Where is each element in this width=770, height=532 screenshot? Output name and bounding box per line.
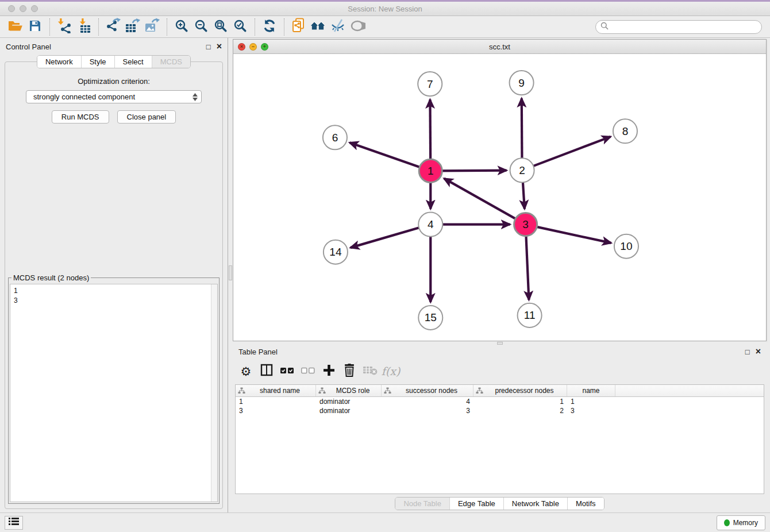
table-row[interactable]: 1dominator411 [236,397,764,406]
column-header-name[interactable]: name [567,385,615,396]
float-panel-icon[interactable]: □ [206,43,211,51]
table-panel-splitter[interactable] [233,341,767,345]
zoom-fit-button[interactable] [211,18,230,36]
table-cell[interactable]: 1 [567,397,615,406]
table-body: 1dominator4113dominator323 [236,397,764,415]
tab-mcds[interactable]: MCDS [152,56,190,68]
criterion-select[interactable]: strongly connected component [26,90,202,103]
zoom-selected-button[interactable] [230,18,250,36]
close-panel-icon[interactable]: × [756,347,761,356]
zoom-out-button[interactable] [191,18,211,36]
close-panel-button[interactable]: Close panel [117,110,176,124]
hide-graphics-button[interactable] [328,18,348,36]
table-cell[interactable]: dominator [316,406,382,415]
export-network-icon [106,18,121,36]
panel-splitter[interactable] [228,38,233,512]
column-header-predecessor-nodes[interactable]: predecessor nodes [473,385,567,396]
graph-node-15[interactable]: 15 [418,306,442,330]
column-header-successor-nodes[interactable]: successor nodes [382,385,473,396]
graph-node-6[interactable]: 6 [323,125,347,149]
table-cell[interactable]: 2 [473,406,567,415]
graph-node-label: 2 [519,164,525,176]
network-canvas[interactable]: 7968124314101511 [233,54,766,341]
export-network-button[interactable] [103,18,123,36]
table-tab-network-table[interactable]: Network Table [504,498,568,510]
tree-column-icon [476,387,483,394]
delete-table-button[interactable] [361,363,379,380]
float-panel-icon[interactable]: □ [745,348,750,356]
table-cell[interactable]: 1 [473,397,567,406]
save-session-button[interactable] [25,18,45,36]
delete-column-button[interactable] [341,363,358,380]
mcds-result-area: 13 [10,284,218,502]
tab-network[interactable]: Network [37,56,82,68]
table-header-row: shared nameMCDS rolesuccessor nodesprede… [236,385,764,397]
close-panel-icon[interactable]: × [217,42,222,51]
graph-edge-3-10[interactable] [526,225,611,243]
splitter-grip[interactable] [229,265,232,280]
toolbar-separator [49,18,50,36]
table-tab-motifs[interactable]: Motifs [568,498,604,510]
result-scrollbar[interactable] [211,284,217,502]
search-input[interactable] [611,23,757,31]
control-panel-tabs: NetworkStyleSelectMCDS [37,55,191,68]
table-settings-button[interactable]: ⚙ [237,363,255,380]
import-table-button[interactable] [74,18,94,36]
graph-node-9[interactable]: 9 [510,71,534,95]
show-columns-button[interactable] [258,363,275,380]
column-header-shared-name[interactable]: shared name [236,385,316,396]
graph-node-8[interactable]: 8 [613,119,637,143]
import-network-button[interactable] [55,18,74,36]
memory-button[interactable]: Memory [717,515,765,530]
toolbar-separator [255,18,255,36]
table-tab-node-table[interactable]: Node Table [395,498,450,510]
graph-node-label: 6 [332,132,338,144]
graph-node-2[interactable]: 2 [510,158,534,182]
table-cell[interactable]: 4 [382,397,473,406]
tab-select[interactable]: Select [115,56,152,68]
zoom-in-button[interactable] [172,18,191,36]
clone-network-button[interactable] [289,18,309,36]
search-box[interactable] [595,20,762,34]
table-cell[interactable]: 1 [236,397,316,406]
export-table-button[interactable] [123,18,143,36]
table-cell[interactable]: 3 [236,406,316,415]
tab-style[interactable]: Style [82,56,115,68]
run-mcds-button[interactable]: Run MCDS [52,110,109,124]
mcds-tab-content: Optimization criterion: strongly connect… [5,61,223,509]
apply-layout-button[interactable] [260,18,279,36]
column-header-MCDS-role[interactable]: MCDS role [316,385,382,396]
graph-edge-2-8[interactable] [522,137,611,171]
result-line: 3 [14,296,207,306]
show-graphics-button[interactable] [348,18,367,36]
import-network-icon [57,18,72,36]
task-history-button[interactable] [5,516,23,530]
graph-node-1[interactable]: 1 [419,159,442,182]
graph-edge-3-1[interactable] [444,179,526,225]
table-cell[interactable]: 3 [567,406,615,415]
reset-view-button[interactable] [309,18,328,36]
graph-node-7[interactable]: 7 [418,72,442,96]
eye-slash-icon [330,18,345,36]
graph-edge-1-6[interactable] [349,142,430,171]
export-image-button[interactable] [143,18,162,36]
splitter-grip[interactable] [497,342,503,345]
window-title: Session: New Session [0,5,770,13]
unselect-all-columns-button[interactable] [299,363,317,380]
graph-node-14[interactable]: 14 [324,240,348,264]
graph-node-10[interactable]: 10 [614,234,638,259]
select-all-columns-button[interactable] [279,363,296,380]
function-builder-button[interactable]: f(x) [382,363,399,380]
graph-node-3[interactable]: 3 [514,213,537,236]
open-session-button[interactable] [6,18,25,36]
add-column-button[interactable] [320,363,337,380]
network-window-title: scc.txt [233,43,766,51]
table-tab-edge-table[interactable]: Edge Table [450,498,504,510]
graph-node-4[interactable]: 4 [418,213,442,237]
main-toolbar [0,16,770,38]
table-row[interactable]: 3dominator323 [236,406,764,415]
graph-node-11[interactable]: 11 [518,303,542,327]
column-header-filler [615,385,764,396]
table-cell[interactable]: dominator [316,397,382,406]
table-cell[interactable]: 3 [382,406,473,415]
